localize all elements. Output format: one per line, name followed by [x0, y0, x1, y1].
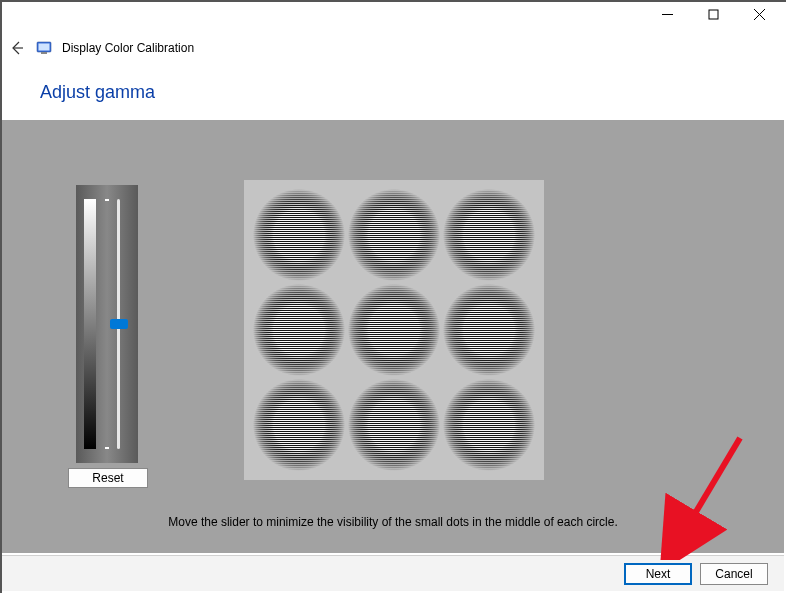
page-heading: Adjust gamma [40, 82, 155, 103]
slider-tick-top [105, 199, 109, 201]
svg-rect-1 [709, 10, 718, 19]
next-button[interactable]: Next [624, 563, 692, 585]
close-button[interactable] [736, 1, 782, 28]
back-button[interactable] [8, 39, 26, 57]
slider-thumb[interactable] [110, 319, 128, 329]
cancel-button[interactable]: Cancel [700, 563, 768, 585]
gamma-slider[interactable] [76, 185, 138, 463]
reset-button[interactable]: Reset [68, 468, 148, 488]
instruction-text: Move the slider to minimize the visibili… [2, 515, 784, 529]
svg-rect-7 [41, 52, 47, 54]
main-panel: Reset [2, 120, 784, 553]
app-title: Display Color Calibration [62, 41, 194, 55]
minimize-button[interactable] [644, 1, 690, 28]
app-icon [36, 40, 52, 56]
header: Display Color Calibration [8, 36, 778, 60]
maximize-button[interactable] [690, 1, 736, 28]
svg-rect-6 [39, 44, 50, 51]
slider-tick-bottom [105, 447, 109, 449]
gradient-strip [84, 199, 96, 449]
gamma-test-pattern [244, 180, 544, 480]
titlebar [1, 1, 786, 28]
footer: Next Cancel [2, 555, 784, 591]
